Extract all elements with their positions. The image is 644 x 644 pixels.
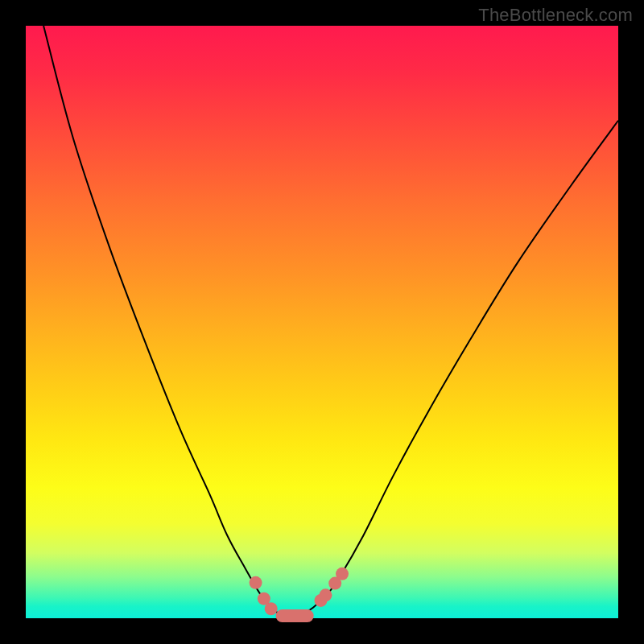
bottleneck-curve-svg — [26, 26, 618, 618]
marker-dot — [336, 568, 349, 580]
optimal-range-bar — [276, 609, 314, 622]
watermark-text: TheBottleneck.com — [478, 5, 633, 26]
near-optimal-markers — [250, 568, 349, 622]
bottleneck-curve-path — [43, 26, 618, 617]
chart-plot-area — [26, 26, 618, 618]
marker-dot — [250, 576, 262, 589]
marker-dot — [319, 588, 332, 601]
marker-dot — [265, 602, 278, 615]
